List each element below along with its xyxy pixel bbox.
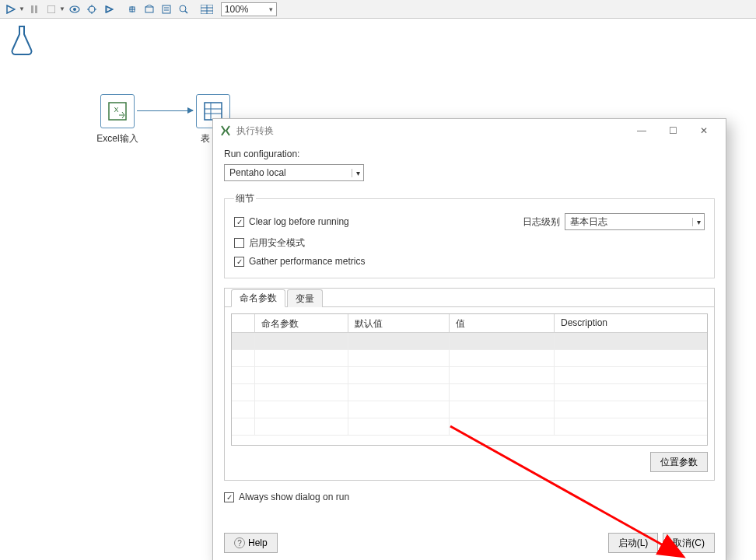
dialog-title-text: 执行转换 (236, 124, 274, 138)
svg-point-5 (73, 8, 76, 11)
clear-log-label: Clear log before running (249, 216, 349, 227)
log-level-select[interactable]: 基本日志 ▾ (565, 213, 705, 230)
svg-rect-3 (47, 5, 55, 13)
log-level-value: 基本日志 (570, 215, 607, 229)
table-header-default[interactable]: 默认值 (348, 314, 450, 332)
chevron-down-icon: ▾ (352, 169, 360, 177)
run-dropdown-icon[interactable]: ▼ (19, 5, 25, 12)
replay-icon[interactable] (101, 2, 117, 16)
launch-button[interactable]: 启动(L) (608, 533, 659, 553)
details-group: 细节 ✓ Clear log before running 日志级别 基本日志 … (224, 192, 715, 278)
help-button[interactable]: ? Help (224, 533, 278, 553)
dialog-titlebar[interactable]: 执行转换 — ☐ ✕ (213, 119, 726, 142)
step-excel-input[interactable]: X (100, 94, 135, 128)
stop-dropdown-icon[interactable]: ▼ (59, 5, 65, 12)
step-label-table-output: 表 (166, 132, 210, 145)
close-button[interactable]: ✕ (688, 122, 719, 139)
svg-rect-26 (205, 103, 222, 120)
pause-icon[interactable] (26, 2, 42, 16)
chevron-down-icon: ▾ (269, 5, 273, 13)
safe-mode-label: 启用安全模式 (249, 236, 305, 250)
details-legend: 细节 (234, 192, 256, 205)
svg-marker-0 (7, 5, 15, 13)
svg-rect-1 (31, 5, 33, 13)
run-config-label: Run configuration: (224, 149, 715, 159)
tab-named-params[interactable]: 命名参数 (231, 289, 285, 307)
clear-log-checkbox[interactable]: ✓ (234, 217, 244, 227)
svg-text:X: X (114, 106, 119, 114)
sql-icon[interactable] (159, 2, 174, 16)
svg-marker-12 (107, 6, 113, 12)
table-header-description[interactable]: Description (555, 314, 707, 332)
table-row[interactable] (232, 350, 707, 367)
run-config-select[interactable]: Pentaho local ▾ (224, 164, 364, 181)
dialog-icon (219, 124, 232, 137)
table-header-name[interactable]: 命名参数 (255, 314, 348, 332)
always-show-checkbox[interactable]: ✓ (224, 492, 234, 502)
svg-rect-2 (35, 5, 37, 13)
results-icon[interactable] (199, 2, 215, 16)
safe-mode-checkbox[interactable] (234, 238, 244, 248)
table-row[interactable] (232, 384, 707, 401)
hop-arrow[interactable] (137, 110, 193, 111)
preview-icon[interactable] (67, 2, 82, 16)
params-table[interactable]: 命名参数 默认值 值 Description (231, 313, 708, 446)
chevron-down-icon: ▾ (692, 218, 701, 226)
maximize-button[interactable]: ☐ (657, 122, 688, 139)
cancel-button[interactable]: 取消(C) (663, 533, 715, 553)
svg-point-6 (89, 6, 95, 12)
svg-point-18 (180, 5, 186, 12)
verify-icon[interactable] (124, 2, 140, 16)
params-panel: 命名参数 变量 命名参数 默认值 值 Description (224, 288, 715, 481)
step-label-excel-input: Excel输入 (71, 132, 164, 145)
positional-params-button[interactable]: 位置参数 (650, 452, 708, 472)
always-show-label: Always show dialog on run (239, 492, 349, 502)
main-toolbar: ▼ ▼ 100% ▾ (0, 0, 756, 19)
table-header-value[interactable]: 值 (450, 314, 555, 332)
table-header-index[interactable] (232, 314, 255, 332)
explore-icon[interactable] (176, 2, 191, 16)
transformation-canvas[interactable]: X Excel输入 表 执行转换 — ☐ ✕ Run configuration… (0, 19, 756, 560)
table-row[interactable] (232, 401, 707, 418)
gather-metrics-checkbox[interactable]: ✓ (234, 257, 244, 267)
svg-rect-14 (145, 7, 153, 12)
table-row[interactable] (232, 367, 707, 384)
zoom-value: 100% (225, 4, 249, 15)
run-transformation-dialog: 执行转换 — ☐ ✕ Run configuration: Pentaho lo… (212, 118, 726, 560)
run-icon[interactable] (3, 2, 19, 16)
tab-variables[interactable]: 变量 (287, 289, 323, 307)
log-level-label: 日志级别 (523, 215, 560, 229)
impact-icon[interactable] (142, 2, 157, 16)
run-config-value: Pentaho local (229, 167, 286, 178)
svg-line-19 (185, 11, 187, 13)
help-icon: ? (234, 537, 245, 548)
gather-metrics-label: Gather performance metrics (249, 256, 365, 267)
flask-icon (9, 25, 34, 58)
debug-icon[interactable] (84, 2, 100, 16)
minimize-button[interactable]: — (626, 122, 657, 139)
svg-rect-15 (163, 5, 170, 13)
stop-icon[interactable] (44, 2, 59, 16)
zoom-select[interactable]: 100% ▾ (221, 2, 277, 16)
table-row[interactable] (232, 418, 707, 436)
table-row[interactable] (232, 333, 707, 350)
